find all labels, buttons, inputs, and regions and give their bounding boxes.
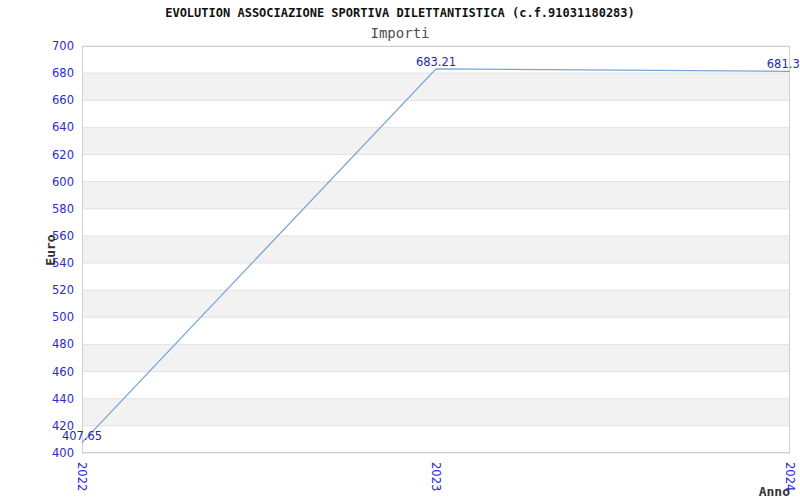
plot-band	[82, 182, 790, 209]
chart-subtitle: Importi	[0, 25, 800, 41]
y-tick-label: 520	[52, 283, 74, 297]
y-tick-label: 680	[52, 66, 74, 80]
y-tick-label: 480	[52, 337, 74, 351]
x-tick-label: 2023	[429, 462, 443, 491]
plot-band	[82, 236, 790, 263]
y-tick-label: 400	[52, 446, 74, 460]
y-axis-label: Euro	[43, 234, 58, 265]
plot-band	[82, 127, 790, 154]
point-label: 683.21	[416, 55, 456, 69]
plot-band	[82, 290, 790, 317]
plot-area: 4004204404604805005205405605806006206406…	[0, 0, 800, 500]
y-tick-label: 660	[52, 93, 74, 107]
plot-band	[82, 399, 790, 426]
y-tick-label: 460	[52, 365, 74, 379]
y-tick-label: 500	[52, 310, 74, 324]
point-label: 681.3	[767, 57, 800, 71]
x-axis-label: Anno	[759, 484, 790, 499]
y-tick-label: 580	[52, 202, 74, 216]
plot-band	[82, 73, 790, 100]
y-tick-label: 620	[52, 148, 74, 162]
y-tick-label: 440	[52, 392, 74, 406]
point-label: 407.65	[62, 429, 102, 443]
y-tick-label: 700	[52, 39, 74, 53]
plot-band	[82, 344, 790, 371]
y-tick-label: 640	[52, 120, 74, 134]
chart-canvas: 4004204404604805005205405605806006206406…	[0, 0, 800, 500]
x-tick-label: 2022	[75, 462, 89, 491]
chart-title: EVOLUTION ASSOCIAZIONE SPORTIVA DILETTAN…	[0, 6, 800, 20]
y-tick-label: 600	[52, 175, 74, 189]
